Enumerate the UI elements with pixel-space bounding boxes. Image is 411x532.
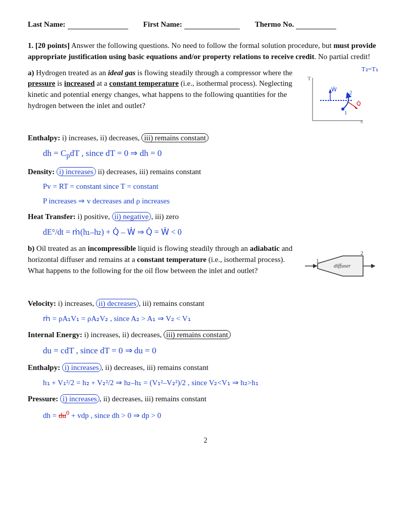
- enthalpy-circled: iii) remains constant: [141, 133, 208, 142]
- ie-line: Internal Energy: i) increases, ii) decre…: [28, 330, 383, 341]
- svg-text:s: s: [361, 118, 363, 124]
- density-label: Density:: [28, 168, 57, 176]
- svg-text:1: 1: [344, 110, 347, 116]
- part-a-intro: a) Hydrogen treated as an ideal gas is f…: [28, 68, 297, 112]
- svg-text:T: T: [307, 75, 311, 81]
- enthalpy-b-label: Enthalpy:: [28, 363, 62, 371]
- page-number: 2: [28, 437, 383, 445]
- heat-circled: ii) negative: [112, 212, 151, 221]
- constant-temp-text: constant temperature: [109, 79, 179, 87]
- enthalpy-b-circled: i) increases: [62, 363, 101, 372]
- part-a-label: a): [28, 69, 36, 77]
- pressure-circled: i) increases: [60, 394, 99, 403]
- svg-text:Ẇ: Ẇ: [331, 86, 337, 92]
- ie-hw: du = cdT , since dT = 0 ⇒ du = 0: [43, 344, 383, 357]
- q-intro-text: Answer the following questions. No need …: [71, 41, 334, 49]
- ie-label: Internal Energy:: [28, 331, 84, 339]
- part-b: b) Oil treated as an incompressible liqu…: [28, 243, 383, 421]
- q-end: . No partial credit!: [315, 52, 371, 61]
- svg-text:diffuser: diffuser: [334, 262, 351, 269]
- velocity-hw: ṁ = ρA₁V₁ = ρA₂V₂ , since A₂ > A₁ ⇒ V₂ <…: [43, 312, 383, 325]
- svg-text:2: 2: [349, 89, 352, 95]
- pressure-part: Pressure: i) increases, ii) decreases, i…: [28, 394, 383, 421]
- q-points: [20 points]: [35, 41, 70, 49]
- enthalpy-b-part: Enthalpy: i) increases, ii) decreases, i…: [28, 362, 383, 389]
- last-name-label: Last Name:: [28, 20, 66, 29]
- thermo-field: Thermo No.: [255, 20, 337, 29]
- part-b-intro: b) Oil treated as an incompressible liqu…: [28, 243, 297, 276]
- part-b-row: b) Oil treated as an incompressible liqu…: [28, 243, 383, 298]
- ideal-gas-text: ideal gas: [108, 69, 136, 77]
- page-number-text: 2: [204, 437, 208, 444]
- q-number: 1.: [28, 41, 35, 49]
- incompressible-text: incompressible: [88, 244, 136, 252]
- first-name-label: First Name:: [143, 20, 182, 29]
- density-part: Density: i) increases ii) decreases, iii…: [28, 167, 383, 206]
- part-b-text: b) Oil treated as an incompressible liqu…: [28, 243, 297, 279]
- velocity-line: Velocity: i) increases, ii) decreases, i…: [28, 298, 383, 309]
- enthalpy-hw: dh = CpdT , since dT = 0 ⇒ dh = 0: [43, 146, 383, 162]
- enthalpy-b-hw: h₁ + V₁²/2 = h₂ + V₂²/2 ⇒ h₂–h₁ = (V₁²–V…: [43, 377, 383, 389]
- diffuser-diagram-col: 1 2 diffuser: [302, 243, 383, 298]
- ts-diagram: s T 1 2 Ẇ Q̇: [302, 73, 368, 131]
- diffuser-diagram: 1 2 diffuser: [302, 246, 378, 296]
- density-hw1: Pv = RT = constant since T = constant: [43, 181, 383, 192]
- ts-diagram-col: T₂=T₁ s T 1 2 Ẇ: [302, 63, 383, 133]
- density-hw2: P increases ⇒ v decreases and ρ increase…: [43, 195, 383, 207]
- question-intro: 1. [20 points] Answer the following ques…: [28, 40, 383, 63]
- last-name-field: Last Name:: [28, 20, 128, 29]
- t2-t1-note: T₂=T₁: [362, 65, 378, 73]
- part-b-label: b): [28, 244, 36, 252]
- pressure-line: Pressure: i) increases, ii) decreases, i…: [28, 394, 383, 405]
- increased-text: increased: [64, 79, 95, 87]
- heat-transfer-part: Heat Transfer: i) positive, ii) negative…: [28, 211, 383, 238]
- density-circled: i) increases: [57, 167, 96, 176]
- heat-hw: dE°/dt = ṁ(h₁–h₂) + Q̇ – Ẇ ⇒ Q̇ = Ẇ < 0: [43, 226, 383, 239]
- heat-line: Heat Transfer: i) positive, ii) negative…: [28, 211, 383, 223]
- thermo-label: Thermo No.: [255, 20, 294, 29]
- question-1: 1. [20 points] Answer the following ques…: [28, 40, 383, 63]
- adiabatic-text: adiabatic: [250, 244, 280, 252]
- velocity-part: Velocity: i) increases, ii) decreases, i…: [28, 298, 383, 325]
- part-a-text: a) Hydrogen treated as an ideal gas is f…: [28, 68, 297, 115]
- velocity-circled: ii) decreases: [96, 299, 139, 308]
- svg-text:Q̇: Q̇: [356, 100, 361, 107]
- enthalpy-b-line: Enthalpy: i) increases, ii) decreases, i…: [28, 362, 383, 374]
- svg-text:2: 2: [361, 250, 364, 256]
- svg-text:1: 1: [316, 257, 319, 263]
- pressure-hw: dh = du0 + vdp , since dh > 0 ⇒ dp > 0: [43, 408, 383, 421]
- internal-energy-part: Internal Energy: i) increases, ii) decre…: [28, 330, 383, 357]
- first-name-field: First Name:: [143, 20, 240, 29]
- header: Last Name: First Name: Thermo No.: [28, 20, 383, 29]
- part-a-row: a) Hydrogen treated as an ideal gas is f…: [28, 68, 383, 133]
- pressure-label: Pressure:: [28, 395, 60, 403]
- enthalpy-part: Enthalpy: i) increases, ii) decreases, i…: [28, 133, 383, 162]
- part-a: a) Hydrogen treated as an ideal gas is f…: [28, 68, 383, 239]
- density-line: Density: i) increases ii) decreases, iii…: [28, 167, 383, 178]
- velocity-label: Velocity:: [28, 299, 58, 307]
- heat-label: Heat Transfer:: [28, 212, 78, 221]
- ie-circled: iii) remains constant: [164, 330, 230, 339]
- enthalpy-label: Enthalpy:: [28, 134, 62, 142]
- enthalpy-line: Enthalpy: i) increases, ii) decreases, i…: [28, 133, 383, 144]
- pressure-text: pressure: [28, 79, 55, 87]
- const-temp-b-text: constant temperature: [137, 255, 207, 263]
